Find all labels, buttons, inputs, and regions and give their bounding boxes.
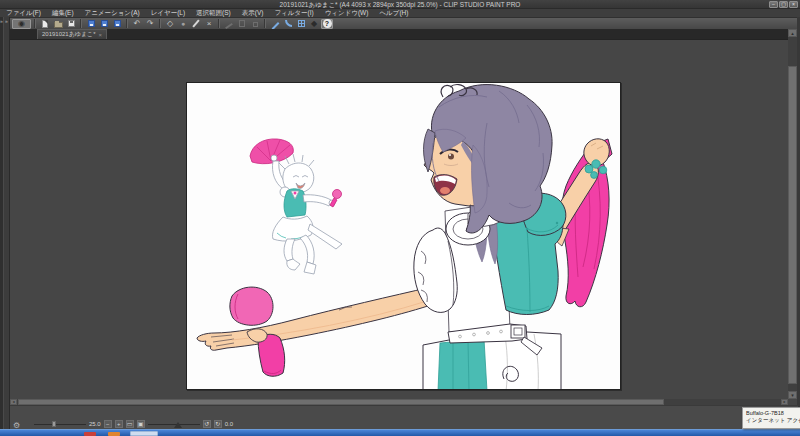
windows-taskbar[interactable] [0,429,800,436]
menu-file[interactable]: ファイル(F) [6,9,41,18]
expand-dock-icon[interactable]: » [0,18,3,24]
export-button-1[interactable] [98,19,110,29]
zoom-slider-handle[interactable] [52,421,56,427]
disabled-frame-icon [253,22,258,27]
export-icon [101,20,108,27]
clear-icon: ◇ [167,19,173,28]
redo-button[interactable]: ↷ [144,19,156,29]
clip-studio-paint-window: 20191021あゆまこ* (A4 4093 x 2894px 350dpi 2… [0,0,800,436]
snap-special-ruler-button[interactable] [282,19,294,29]
vertical-scrollbar-thumb[interactable] [788,66,797,384]
rotation-value: 0.0 [225,421,233,427]
expand-dock-icon[interactable]: » [5,18,8,24]
menu-window[interactable]: ウィンドウ(W) [325,9,369,18]
snap-grid-button[interactable] [295,19,307,29]
rotate-right-button[interactable]: ↻ [214,420,222,428]
left-palette-dock: » » [0,17,10,429]
snap-special-ruler-icon [285,20,292,27]
brush-icon [192,19,199,27]
status-bar: ⚙ 25.0 − + ▭ ▣ ↺ ↻ 0.0 [10,405,798,429]
undo-icon: ↶ [134,19,141,28]
toolbar-separator [159,19,161,28]
tab-close-icon[interactable]: × [99,32,103,38]
toolbar-separator [264,19,266,28]
menu-bar: ファイル(F) 編集(E) アニメーション(A) レイヤー(L) 選択範囲(S)… [0,9,800,18]
eye-icon: ◉ [18,19,25,28]
fill-icon: ● [181,19,185,28]
taskbar-window-button[interactable] [130,431,158,436]
canvas-area[interactable] [10,40,788,399]
toolbar-separator [126,19,128,28]
rotation-slider-handle[interactable] [174,418,182,428]
clear-button[interactable]: ◇ [164,19,176,29]
brush-button[interactable] [190,19,202,29]
scroll-up-icon[interactable]: ▴ [788,29,797,37]
snap-ruler-button[interactable] [269,19,281,29]
artwork-illustration [187,83,621,390]
new-file-button[interactable] [39,19,51,29]
fill-button[interactable]: ● [177,19,189,29]
zoom-value: 25.0 [89,421,101,427]
rotate-left-button[interactable]: ↺ [203,420,211,428]
disabled-button-3 [249,19,261,29]
save-floppy-icon [68,20,75,27]
save-as-button[interactable] [85,19,97,29]
menu-animation[interactable]: アニメーション(A) [85,9,140,18]
network-name: Buffalo-G-7B18 [746,410,800,417]
menu-help[interactable]: ヘルプ(H) [379,9,408,18]
disabled-pen-icon [225,22,233,28]
network-status: インターネット アクセス [746,417,800,424]
undo-button[interactable]: ↶ [131,19,143,29]
redo-icon: ↷ [147,19,154,28]
save-as-icon [88,20,95,27]
transform-button[interactable]: × [203,19,215,29]
minimize-button[interactable]: – [769,1,778,8]
disabled-button-1 [223,19,235,29]
open-folder-icon [54,22,63,28]
tab-strip: 20191021あゆまこ* × [10,29,788,40]
close-button[interactable]: × [789,1,798,8]
export-button-2[interactable] [111,19,123,29]
scroll-down-icon[interactable]: ▾ [788,391,797,399]
new-file-icon [42,20,48,28]
help-icon: ? [323,19,332,28]
help-button[interactable]: ? [321,19,333,29]
rotation-slider[interactable] [148,420,200,428]
zoom-out-button[interactable]: − [104,420,112,428]
taskbar-app-icon[interactable] [84,432,96,436]
window-title: 20191021あゆまこ* (A4 4093 x 2894px 350dpi 2… [0,1,800,8]
document-tab[interactable]: 20191021あゆまこ* × [37,29,107,39]
actual-size-button[interactable]: ▣ [137,420,145,428]
open-file-button[interactable] [52,19,64,29]
zoom-in-button[interactable]: + [115,420,123,428]
snap-grid-icon [298,20,305,27]
menu-layer[interactable]: レイヤー(L) [151,9,185,18]
menu-selection[interactable]: 選択範囲(S) [196,9,231,18]
menu-view[interactable]: 表示(V) [242,9,264,18]
menu-filter[interactable]: フィルター(I) [274,9,313,18]
canvas-controls: 25.0 − + ▭ ▣ ↺ ↻ 0.0 [34,419,233,429]
toolbar-separator [34,19,36,28]
disabled-page-icon [239,20,245,27]
document-tab-label: 20191021あゆまこ* [42,30,96,39]
maximize-button[interactable]: ▢ [779,1,788,8]
material-icon: ◆ [311,19,317,28]
export-layers-icon [114,20,121,27]
disabled-button-2 [236,19,248,29]
large-character [197,85,612,390]
fit-to-screen-button[interactable]: ▭ [126,420,134,428]
toolbar-separator [218,19,220,28]
clip-studio-button[interactable]: ◉ [12,19,31,29]
material-button[interactable]: ◆ [308,19,320,29]
save-button[interactable] [65,19,77,29]
zoom-slider[interactable] [34,420,86,428]
menu-edit[interactable]: 編集(E) [52,9,74,18]
toolbar-separator [80,19,82,28]
taskbar-app-icon[interactable] [108,432,120,436]
scale-rotate-icon: × [207,19,212,28]
vertical-scrollbar[interactable]: ▴ ▾ [788,29,797,399]
small-character-sketch [250,139,342,274]
canvas-page[interactable] [186,82,621,390]
window-controls: – ▢ × [769,1,798,8]
network-tooltip: Buffalo-G-7B18 インターネット アクセス [742,407,800,429]
